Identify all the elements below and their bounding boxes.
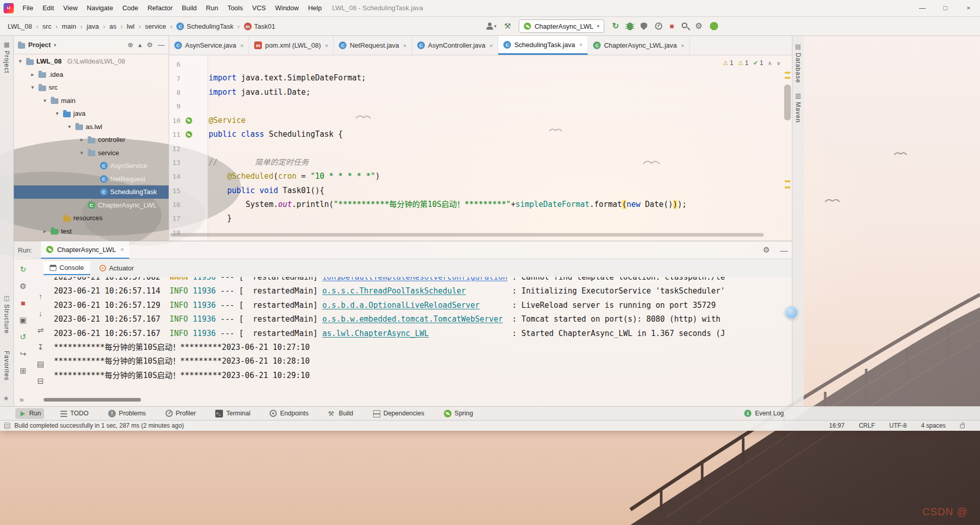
menu-window[interactable]: Window xyxy=(271,0,303,16)
locate-file-icon[interactable]: ⊕ xyxy=(128,41,133,49)
error-stripe[interactable] xyxy=(783,55,792,241)
console-tab-Actuator[interactable]: Actuator xyxy=(93,262,140,275)
exit-icon[interactable]: ↪ xyxy=(18,349,28,359)
logger-link[interactable]: o.s.s.c.ThreadPoolTaskScheduler xyxy=(322,286,466,296)
tree-item-main[interactable]: ▾main xyxy=(14,94,169,108)
collapse-all-icon[interactable]: ▴ xyxy=(138,41,142,49)
close-icon[interactable]: × xyxy=(120,246,124,253)
dump-icon[interactable]: ▣ xyxy=(18,315,28,325)
menu-code[interactable]: Code xyxy=(118,0,143,16)
close-icon[interactable]: × xyxy=(403,43,406,49)
tree-item-resources[interactable]: resources xyxy=(14,212,169,225)
tab-AsynController.java[interactable]: CAsynController.java× xyxy=(412,36,498,55)
menu-refactor[interactable]: Refactor xyxy=(143,0,177,16)
close-icon[interactable]: × xyxy=(240,43,243,49)
inspection-weak_warning[interactable]: ⚠1 xyxy=(738,59,748,67)
toolwindow-button-terminal[interactable]: Terminal xyxy=(212,408,253,419)
tree-item-controller[interactable]: ▸controller xyxy=(14,133,169,146)
print-icon[interactable]: ▤ xyxy=(35,359,46,369)
hide-run-panel-icon[interactable]: — xyxy=(780,246,788,255)
close-icon[interactable]: × xyxy=(325,43,328,49)
console-horizontal-scrollbar[interactable] xyxy=(44,398,141,402)
breadcrumb-src[interactable]: src xyxy=(41,22,53,31)
gradle-status-icon[interactable] xyxy=(710,22,718,30)
hide-panel-icon[interactable]: — xyxy=(158,41,165,49)
warning-stripe-mark[interactable] xyxy=(785,180,790,182)
menu-help[interactable]: Help xyxy=(303,0,326,16)
chevron-down-icon[interactable]: ▾ xyxy=(42,97,48,104)
notification-bubble-icon[interactable] xyxy=(785,306,798,319)
search-everywhere-icon[interactable] xyxy=(682,23,687,28)
tree-item-service[interactable]: ▾service xyxy=(14,146,169,160)
profiler-button[interactable] xyxy=(655,23,662,30)
expand-more-icon[interactable]: » xyxy=(19,395,24,404)
breadcrumb-LWL_08[interactable]: LWL_08 xyxy=(6,22,33,31)
tree-item-ChapterAsync_LWL[interactable]: CChapterAsync_LWL xyxy=(14,199,169,212)
toolwindow-button-build[interactable]: Build xyxy=(325,408,356,419)
chevron-down-icon[interactable]: ▾ xyxy=(54,110,60,117)
toolwindow-button-dependencies[interactable]: Dependencies xyxy=(370,408,427,419)
spring-bean-icon[interactable] xyxy=(182,117,195,124)
tree-item-test[interactable]: ▸test xyxy=(14,225,169,238)
toolwindow-button-todo[interactable]: TODO xyxy=(57,408,92,418)
tab-pom.xml (LWL_08)[interactable]: mpom.xml (LWL_08)× xyxy=(249,36,334,55)
softwrap-icon[interactable]: ⇌ xyxy=(35,325,46,335)
menu-vcs[interactable]: VCS xyxy=(248,0,271,16)
tree-item-.idea[interactable]: ▸.idea xyxy=(14,68,169,81)
toolwindow-stripe-maven[interactable]: ▥ Maven xyxy=(792,92,804,123)
warning-stripe-mark[interactable] xyxy=(785,186,790,188)
file-encoding[interactable]: UTF-8 xyxy=(889,422,907,429)
stop-icon[interactable]: ■ xyxy=(18,298,28,308)
breadcrumb-main[interactable]: main xyxy=(60,22,78,31)
chevron-right-icon[interactable]: ▸ xyxy=(29,71,36,78)
event-log-button[interactable]: 1 Event Log xyxy=(744,410,784,417)
stop-button[interactable]: ■ xyxy=(670,17,674,35)
inspection-ok[interactable]: ✔1 xyxy=(753,59,763,67)
settings-gear-icon[interactable]: ⚙ xyxy=(695,17,702,35)
clear-icon[interactable]: ⊟ xyxy=(35,376,46,386)
toolwindow-button-endpoints[interactable]: Endpoints xyxy=(267,408,312,418)
next-problem-icon[interactable]: ∨ xyxy=(777,60,781,67)
breadcrumb-SchedulingTask[interactable]: CSchedulingTask xyxy=(175,22,235,31)
line-separator[interactable]: CRLF xyxy=(859,422,875,429)
close-button[interactable]: × xyxy=(957,0,980,16)
menu-run[interactable]: Run xyxy=(201,0,223,16)
profile-button[interactable]: ▾ xyxy=(486,23,497,30)
console-tab-Console[interactable]: Console xyxy=(44,261,90,275)
console-output[interactable]: 2023-06-21 10:26:57.082 WARN 11936 --- [… xyxy=(54,270,788,397)
code-viewport[interactable]: 67import java.text.SimpleDateFormat;8imp… xyxy=(169,55,792,241)
chevron-down-icon[interactable]: ▾ xyxy=(29,84,36,91)
menu-file[interactable]: File xyxy=(18,0,38,16)
tab-NetRequest.java[interactable]: CNetRequest.java× xyxy=(334,36,412,55)
toolwindow-button-profiler[interactable]: Profiler xyxy=(162,408,199,418)
background-tasks-icon[interactable] xyxy=(4,423,10,429)
inspection-warning[interactable]: ⚠1 xyxy=(723,59,733,67)
breadcrumb-lwl[interactable]: lwl xyxy=(125,22,136,31)
prev-problem-icon[interactable]: ∧ xyxy=(768,60,772,67)
tree-item-NetRequest[interactable]: CNetRequest xyxy=(14,173,169,186)
tree-item-AsynService[interactable]: CAsynService xyxy=(14,159,169,173)
chevron-right-icon[interactable]: ▸ xyxy=(42,228,48,235)
chevron-down-icon[interactable]: ▾ xyxy=(78,150,85,156)
tab-AsynService.java[interactable]: CAsynService.java× xyxy=(169,36,249,55)
debug-button[interactable] xyxy=(627,23,633,30)
toolwindow-stripe-structure[interactable]: ◫ Structure xyxy=(0,295,13,334)
close-icon[interactable]: × xyxy=(681,43,684,49)
spring-bean-icon[interactable] xyxy=(182,131,195,138)
tab-SchedulingTask.java[interactable]: CSchedulingTask.java× xyxy=(498,36,588,55)
warning-stripe-mark[interactable] xyxy=(785,72,790,74)
run-config-tab[interactable]: ChapterAsync_LWL × xyxy=(41,241,129,259)
menu-navigate[interactable]: Navigate xyxy=(82,0,117,16)
panel-settings-gear-icon[interactable]: ⚙ xyxy=(147,41,153,49)
favorites-star-icon[interactable]: ★ xyxy=(3,394,9,402)
menu-edit[interactable]: Edit xyxy=(38,0,58,16)
maximize-button[interactable]: □ xyxy=(934,0,957,16)
tree-item-SchedulingTask[interactable]: CSchedulingTask xyxy=(14,185,169,199)
run-settings-gear-icon[interactable]: ⚙ xyxy=(763,245,770,255)
close-icon[interactable]: × xyxy=(579,41,582,48)
toolwindow-stripe-database[interactable]: ▤ Database xyxy=(792,43,804,83)
tree-item-src[interactable]: ▾src xyxy=(14,81,169,94)
editor-horizontal-scrollbar[interactable] xyxy=(170,233,764,237)
warning-stripe-mark[interactable] xyxy=(785,77,790,79)
scrollend-icon[interactable]: ↧ xyxy=(35,342,46,352)
